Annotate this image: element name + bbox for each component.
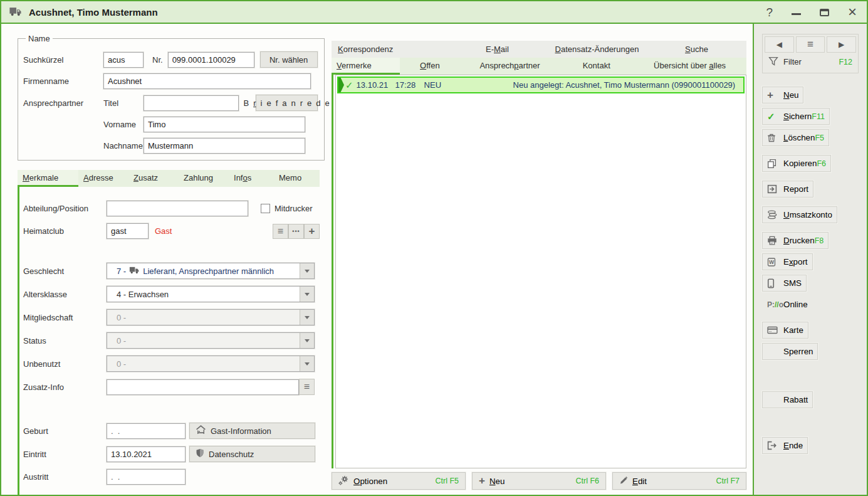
mitgliedschaft-dropdown-button <box>300 310 314 325</box>
selection-flag-icon <box>338 78 344 92</box>
drucken-button[interactable]: Drucken F8 <box>762 232 829 249</box>
heimatclub-add-button[interactable]: + <box>304 224 320 239</box>
prev-record-button[interactable]: ◀ <box>765 36 794 53</box>
geschlecht-select[interactable]: 7 - Lieferant, Ansprechpartner männlich <box>107 263 315 279</box>
karte-button[interactable]: Karte <box>762 322 808 339</box>
coins-icon <box>767 210 783 219</box>
nr-waehlen-button[interactable]: Nr. wählen <box>260 51 318 68</box>
copy-icon <box>767 159 783 169</box>
phone-icon <box>767 278 783 288</box>
tab-memo[interactable]: Memo <box>274 170 311 187</box>
loeschen-shortcut: F5 <box>815 134 824 142</box>
close-button[interactable]: × <box>848 4 857 19</box>
chevron-down-icon <box>305 316 310 319</box>
edit-button[interactable]: Edit Ctrl F7 <box>612 472 746 490</box>
export-button[interactable]: W Export <box>762 253 813 270</box>
report-button[interactable]: Report <box>762 181 813 198</box>
abteilung-input[interactable] <box>107 201 248 216</box>
tab-merkmale[interactable]: Merkmale <box>18 170 78 187</box>
word-document-icon: W <box>767 257 783 267</box>
tab-ansprechpartner[interactable]: Ansprechpartner <box>460 58 560 75</box>
tab-kontakt[interactable]: Kontakt <box>560 58 633 75</box>
gast-information-button[interactable]: Gast-Information <box>189 423 315 439</box>
notes-tabs-row1: Korrespondenz E-Mail Datensatz-Änderunge… <box>332 41 746 58</box>
mitdrucker-checkbox[interactable] <box>261 204 270 213</box>
ende-button[interactable]: Ende <box>762 437 808 454</box>
sichern-button[interactable]: ✓ Sichern F11 <box>762 108 830 125</box>
suchkuerzel-label: Suchkürzel <box>23 55 103 65</box>
loeschen-button[interactable]: Löschen F5 <box>762 129 829 146</box>
geburt-input[interactable] <box>107 423 186 439</box>
right-arrow-icon: ▶ <box>839 40 844 49</box>
zusatz-info-list-button[interactable]: ≡ <box>299 379 315 395</box>
titel-input[interactable] <box>144 95 239 111</box>
tab-vermerke[interactable]: Vermerke <box>332 58 400 75</box>
note-row-selected[interactable]: ✓ 13.10.21 17:28 NEU Neu angelegt: Acush… <box>337 77 745 93</box>
neu-vermerk-shortcut: Ctrl F6 <box>576 477 600 485</box>
umsatzkonto-button[interactable]: Umsatzkonto <box>762 206 837 223</box>
online-button[interactable]: P://o Online <box>762 296 813 313</box>
unbenutzt-select: 0 - <box>107 356 315 372</box>
maximize-button[interactable] <box>820 6 829 18</box>
pcc-online-logo-icon: P://o <box>767 300 783 309</box>
funnel-icon <box>768 56 778 68</box>
heimatclub-input[interactable] <box>107 223 149 239</box>
tab-suche[interactable]: Suche <box>647 45 746 54</box>
tab-zahlung[interactable]: Zahlung <box>179 170 229 187</box>
tab-zusatz[interactable]: Zusatz <box>128 170 179 187</box>
vorname-input[interactable] <box>144 117 305 132</box>
altersklasse-select[interactable]: 4 - Erwachsen <box>107 286 315 302</box>
nachname-input[interactable] <box>144 138 305 154</box>
neu-button[interactable]: + Neu <box>762 87 803 103</box>
notes-footer: Optionen Ctrl F5 + Neu Ctrl F6 Edit Ctrl… <box>332 472 746 490</box>
kopieren-button[interactable]: Kopieren F6 <box>762 155 831 172</box>
eintritt-input[interactable] <box>107 446 186 462</box>
geschlecht-dropdown-button[interactable] <box>300 263 314 278</box>
tab-datensatz-aenderungen[interactable]: Datensatz-Änderungen <box>547 45 647 54</box>
next-record-button[interactable]: ▶ <box>827 36 856 53</box>
nr-input[interactable] <box>168 52 254 68</box>
hamburger-icon: ≡ <box>807 38 813 51</box>
help-button[interactable]: ? <box>766 6 773 18</box>
eintritt-label: Eintritt <box>23 450 107 459</box>
ellipsis-icon: ••• <box>292 228 300 235</box>
tab-offen[interactable]: Offen <box>400 58 460 75</box>
truck-icon <box>9 6 23 18</box>
record-menu-button[interactable]: ≡ <box>796 36 825 53</box>
minimize-button[interactable] <box>792 6 801 18</box>
note-time: 17:28 <box>395 80 424 90</box>
datenschutz-button[interactable]: Datenschutz <box>189 446 315 462</box>
minimize-icon <box>792 13 801 15</box>
filter-shortcut: F12 <box>839 58 852 66</box>
heimatclub-more-button[interactable]: ••• <box>288 224 304 239</box>
firmenname-input[interactable] <box>103 73 311 89</box>
rabatt-label: Rabatt <box>783 395 808 404</box>
neu-vermerk-button[interactable]: + Neu Ctrl F6 <box>472 472 606 490</box>
briefanrede-button[interactable]: Briefanrede <box>256 95 318 111</box>
sperren-button[interactable]: Sperren <box>762 343 818 360</box>
tab-infos[interactable]: Infos <box>229 170 274 187</box>
truck-icon <box>129 266 140 276</box>
plus-icon: + <box>309 225 315 238</box>
mitgliedschaft-select: 0 - <box>107 309 315 325</box>
austritt-input[interactable] <box>107 469 186 485</box>
tab-adresse[interactable]: Adresse <box>78 170 128 187</box>
tab-korrespondenz[interactable]: Korrespondenz <box>332 45 447 54</box>
rabatt-button[interactable]: Rabatt <box>762 391 813 408</box>
suchkuerzel-input[interactable] <box>103 52 144 68</box>
tab-uebersicht[interactable]: Übersicht über alles <box>633 58 746 75</box>
vermerke-list[interactable]: ✓ 13.10.21 17:28 NEU Neu angelegt: Acush… <box>335 75 746 468</box>
unbenutzt-value: 0 - <box>107 359 300 369</box>
filter-button[interactable]: Filter F12 <box>765 53 856 71</box>
tab-email[interactable]: E-Mail <box>447 45 547 54</box>
gears-icon <box>338 475 349 487</box>
zusatz-info-input[interactable] <box>107 379 299 395</box>
heimatclub-resolved-value: Gast <box>155 226 172 236</box>
printer-icon <box>767 236 783 245</box>
heimatclub-list-button[interactable]: ≡ <box>273 224 288 239</box>
card-icon <box>767 326 783 334</box>
hotel-icon <box>196 425 206 436</box>
altersklasse-dropdown-button[interactable] <box>300 287 314 302</box>
sms-button[interactable]: SMS <box>762 275 807 292</box>
optionen-button[interactable]: Optionen Ctrl F5 <box>332 472 466 490</box>
